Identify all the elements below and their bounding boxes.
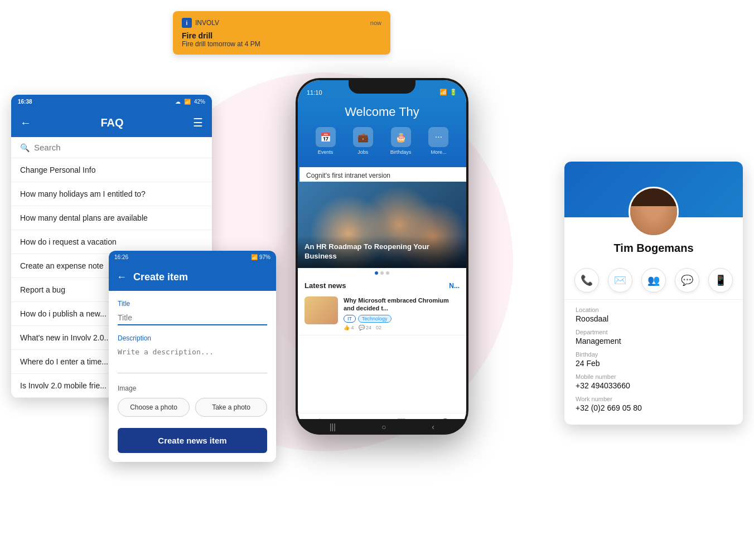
department-row: Department Management: [576, 329, 732, 345]
teams-button[interactable]: 👥: [641, 268, 666, 293]
image-buttons: Choose a photo Take a photo: [118, 398, 267, 417]
phone-notch: [349, 78, 415, 94]
phone-hero-overlay: An HR Roadmap To Reopening Your Business: [298, 236, 466, 268]
avatar: [629, 187, 679, 237]
title-input[interactable]: [118, 311, 267, 325]
tag-it: IT: [344, 315, 356, 323]
create-screen: 16:26 📶 97% ← Create item Title Descript…: [109, 251, 276, 462]
gesture-back[interactable]: |||: [330, 422, 336, 431]
more-icon: ···: [428, 127, 448, 147]
notification-title: Fire drill: [182, 31, 381, 40]
avatar-hair: [630, 188, 677, 206]
news-date: 02: [376, 325, 381, 330]
create-back-icon[interactable]: ←: [117, 271, 127, 283]
phone-news-title: Why Microsoft embraced Chromium and deci…: [344, 296, 460, 313]
create-toolbar-title: Create item: [133, 271, 188, 283]
phone-statusbar-icons: 📶🔋: [439, 89, 457, 96]
faq-item-1[interactable]: How many holidays am I entitled to?: [11, 182, 212, 206]
profile-header: [564, 162, 743, 217]
phone-news-tags: IT Technology: [344, 315, 460, 323]
gesture-recents[interactable]: ‹: [432, 422, 434, 431]
notification-body: Fire drill tomorrow at 4 PM: [182, 40, 381, 48]
whatsapp-button[interactable]: 📱: [708, 268, 733, 293]
location-row: Location Roosdaal: [576, 306, 732, 323]
phone-nav-jobs[interactable]: 💼 Jobs: [353, 127, 373, 155]
birthdays-icon: 🎂: [391, 127, 411, 147]
mobile-row: Mobile number +32 494033660: [576, 373, 732, 390]
work-value: +32 (0)2 669 05 80: [576, 403, 732, 412]
create-toolbar: ← Create item: [109, 263, 276, 291]
description-input[interactable]: [118, 345, 267, 373]
faq-toolbar: ← FAQ ☰: [11, 108, 212, 137]
birthday-label: Birthday: [576, 351, 732, 358]
birthday-row: Birthday 24 Feb: [576, 351, 732, 368]
faq-title: FAQ: [31, 116, 193, 129]
filter-icon[interactable]: ☰: [193, 116, 203, 129]
phone-news-info: Why Microsoft embraced Chromium and deci…: [344, 296, 460, 330]
faq-statusbar-right: ☁ 📶 42%: [175, 99, 205, 105]
notification-app-icon: i: [182, 18, 192, 28]
phone-news-label: Cognit's first intranet version: [298, 167, 466, 182]
faq-search-bar[interactable]: 🔍: [11, 137, 212, 158]
profile-name: Tim Bogemans: [573, 242, 734, 255]
work-row: Work number +32 (0)2 669 05 80: [576, 396, 732, 412]
message-button[interactable]: 💬: [675, 268, 699, 293]
phone-gesture-bar: ||| ○ ‹: [296, 419, 468, 435]
comments-count: 💬 24: [359, 325, 372, 330]
phone-news-more[interactable]: N...: [449, 282, 460, 290]
phone-welcome: Welcome Thy: [307, 105, 457, 119]
back-icon[interactable]: ←: [20, 116, 31, 129]
search-icon: 🔍: [20, 143, 30, 152]
profile-actions: 📞 ✉️ 👥 💬 📱: [564, 261, 743, 300]
location-value: Roosdaal: [576, 314, 732, 323]
jobs-icon: 💼: [353, 127, 373, 147]
department-value: Management: [576, 337, 732, 345]
location-label: Location: [576, 306, 732, 313]
create-statusbar: 16:26 📶 97%: [109, 251, 276, 263]
create-news-button[interactable]: Create news item: [118, 428, 267, 453]
title-label: Title: [118, 300, 267, 308]
phone-nav-birthdays[interactable]: 🎂 Birthdays: [390, 127, 412, 155]
phone-dot-2: [380, 271, 384, 275]
faq-statusbar-time: 16:38: [18, 99, 32, 105]
phone-nav-icons: 📅 Events 💼 Jobs 🎂 Birthdays ··· More...: [307, 127, 457, 158]
phone-nav-more[interactable]: ··· More...: [428, 127, 448, 155]
phone-shell: 11:10 📶🔋 Welcome Thy 📅 Events 💼 Jobs: [296, 78, 468, 435]
create-statusbar-right: 📶 97%: [251, 254, 270, 260]
phone-nav-events[interactable]: 📅 Events: [316, 127, 336, 155]
notification-banner[interactable]: i INVOLV now Fire drill Fire drill tomor…: [173, 11, 390, 55]
phone-header: Welcome Thy 📅 Events 💼 Jobs 🎂 Birthdays: [298, 98, 466, 167]
phone-statusbar-time: 11:10: [307, 89, 322, 96]
events-icon: 📅: [316, 127, 336, 147]
faq-search-input[interactable]: [34, 143, 203, 152]
phone-news-meta: 👍 4 💬 24 02: [344, 325, 460, 330]
likes-count: 👍 4: [344, 325, 354, 330]
phone-screen: 11:10 📶🔋 Welcome Thy 📅 Events 💼 Jobs: [298, 80, 466, 432]
profile-card: Tim Bogemans 📞 ✉️ 👥 💬 📱 Location Roosdaa…: [564, 162, 743, 425]
work-label: Work number: [576, 396, 732, 402]
phone-container: 11:10 📶🔋 Welcome Thy 📅 Events 💼 Jobs: [296, 78, 468, 435]
notification-header: i INVOLV now: [182, 18, 381, 28]
image-label: Image: [118, 384, 267, 392]
phone-dot-3: [386, 271, 389, 275]
faq-item-0[interactable]: Change Personal Info: [11, 158, 212, 182]
faq-item-2[interactable]: How many dental plans are available: [11, 206, 212, 230]
tag-technology: Technology: [358, 315, 392, 323]
phone-hero: An HR Roadmap To Reopening Your Business: [298, 182, 466, 268]
phone-hero-text: An HR Roadmap To Reopening Your Business: [304, 242, 460, 261]
notification-app: i INVOLV: [182, 18, 219, 28]
call-button[interactable]: 📞: [574, 268, 599, 293]
mobile-label: Mobile number: [576, 373, 732, 380]
create-statusbar-time: 16:26: [114, 254, 128, 260]
gesture-home[interactable]: ○: [381, 422, 386, 431]
phone-dot-1: [375, 271, 378, 275]
email-button[interactable]: ✉️: [608, 268, 632, 293]
avatar-face: [630, 188, 677, 235]
notification-app-name: INVOLV: [195, 19, 219, 27]
take-photo-button[interactable]: Take a photo: [195, 398, 267, 417]
choose-photo-button[interactable]: Choose a photo: [118, 398, 190, 417]
create-body: Title Description Image Choose a photo T…: [109, 291, 276, 462]
phone-news-item[interactable]: Why Microsoft embraced Chromium and deci…: [298, 292, 466, 335]
phone-news-thumb: [304, 296, 338, 324]
mobile-value: +32 494033660: [576, 381, 732, 390]
